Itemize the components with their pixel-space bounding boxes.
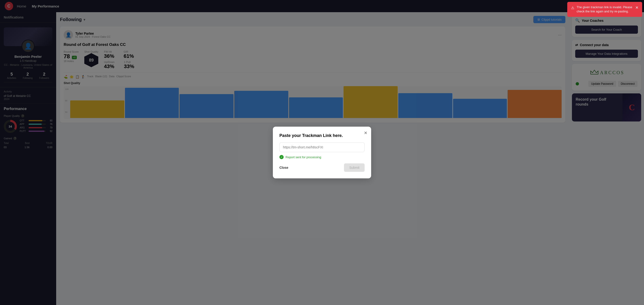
modal-submit-button[interactable]: Submit <box>344 164 364 172</box>
modal-overlay: Paste your Trackman Link here. ✕ ✓ Repor… <box>0 0 644 305</box>
modal-actions: Close Submit <box>280 164 364 172</box>
modal-close-x-button[interactable]: ✕ <box>364 130 368 136</box>
trackman-link-input[interactable] <box>280 142 364 152</box>
toast-warning-icon: ⚠ <box>571 6 574 10</box>
trackman-modal: Paste your Trackman Link here. ✕ ✓ Repor… <box>273 127 371 178</box>
modal-close-button[interactable]: Close <box>280 166 288 170</box>
modal-title: Paste your Trackman Link here. <box>280 133 364 138</box>
success-check-icon: ✓ <box>280 155 284 159</box>
error-toast: ⚠ The given trackman link is invalid. Pl… <box>567 2 642 17</box>
toast-message: The given trackman link is invalid. Plea… <box>576 5 633 14</box>
success-text: Report sent for processing <box>286 156 321 159</box>
toast-close-icon[interactable]: ✕ <box>635 5 638 10</box>
modal-success-message: ✓ Report sent for processing <box>280 155 364 159</box>
